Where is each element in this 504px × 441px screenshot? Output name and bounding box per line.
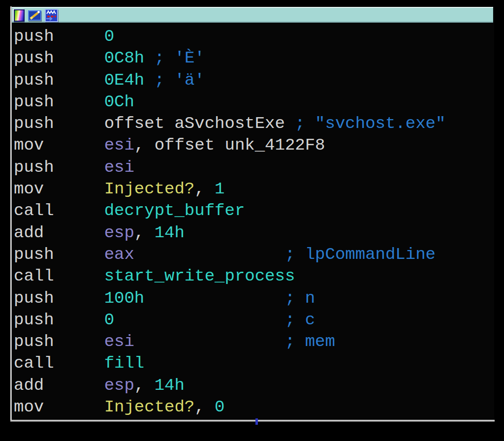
asm-line[interactable]: push 0E4h ; 'ä' [14,69,445,91]
token-txt: offset aSvchostExe [104,114,285,133]
token-mn: mov [14,398,104,416]
asm-line[interactable]: push eax ; lpCommandLine [14,244,445,265]
token-mn: add [14,376,104,395]
token-fn: fill [104,354,145,373]
asm-line[interactable]: push 0 [14,26,445,47]
asm-line[interactable]: push 100h ; n [14,287,445,309]
toolbar [12,7,493,23]
token-reg: esp [104,376,134,395]
token-txt: , [134,223,155,242]
token-num: 0 [104,27,114,46]
token-txt: , offset unk_4122F8 [134,136,325,155]
disassembly-listing[interactable]: push 0push 0C8h ; 'È'push 0E4h ; 'ä'push… [14,26,445,418]
asm-line[interactable]: push 0 ; c [14,309,445,331]
asm-line[interactable]: mov Injected?, 0 [14,396,445,418]
token-reg: esi [104,158,134,177]
token-com: ; c [114,311,315,329]
token-num: 1 [215,180,224,198]
token-txt: , [194,180,215,198]
asm-line[interactable]: push offset aSvchostExe ; "svchost.exe" [14,113,445,134]
token-reg: eax [104,245,134,264]
token-mn: push [14,71,104,90]
token-num: 0 [104,311,114,329]
token-reg: esp [104,223,134,242]
token-num: 0Ch [104,93,134,111]
scroll-marker-icon [255,418,258,425]
token-mn: call [14,201,104,220]
signature-icon[interactable] [45,9,58,22]
asm-line[interactable]: push 0Ch [14,91,445,113]
token-com: ; 'ä' [144,71,204,90]
token-num: 14h [155,223,185,242]
token-mn: call [14,354,104,373]
token-num: 14h [155,376,185,395]
token-mn: call [14,267,104,285]
token-mn: push [14,289,104,308]
asm-line[interactable]: add esp, 14h [14,375,445,396]
asm-line[interactable]: mov Injected?, 1 [14,178,445,200]
token-mn: push [14,27,104,46]
token-mn: push [14,245,104,264]
token-mn: add [14,223,104,242]
token-mn: mov [14,180,104,198]
asm-line[interactable]: push esi [14,157,445,178]
token-num: 0C8h [104,49,145,67]
asm-line[interactable]: mov esi, offset unk_4122F8 [14,134,445,156]
edit-icon[interactable] [28,10,41,21]
asm-line[interactable]: add esp, 14h [14,222,445,244]
asm-line[interactable]: push 0C8h ; 'È' [14,47,445,69]
window-left-border [10,6,12,421]
token-num: 0 [215,398,224,416]
token-fn: decrypt_buffer [104,201,245,220]
token-com: ; n [144,289,315,308]
token-txt: , [134,376,155,395]
token-mn: push [14,158,104,177]
palette-icon[interactable] [14,9,25,22]
token-mn: push [14,93,104,111]
token-mn: push [14,49,104,67]
token-mn: mov [14,136,104,155]
signature-glyph [45,9,58,22]
token-num: 0E4h [104,71,145,90]
token-fn: start_write_process [104,267,295,285]
token-com: ; 'È' [144,49,204,67]
asm-line[interactable]: push esi ; mem [14,331,445,352]
token-com: ; lpCommandLine [134,245,436,264]
token-mn: push [14,332,104,351]
token-com: ; mem [134,332,335,351]
asm-line[interactable]: call decrypt_buffer [14,200,445,221]
token-var: Injected? [104,180,195,198]
token-num: 100h [104,289,145,308]
token-mn: push [14,311,104,329]
disassembly-window: push 0push 0C8h ; 'È'push 0E4h ; 'ä'push… [0,0,504,441]
token-reg: esi [104,136,134,155]
token-mn: push [14,114,104,133]
token-com: ; "svchost.exe" [285,114,445,133]
token-reg: esi [104,332,134,351]
window-bottom-border [10,420,495,422]
asm-line[interactable]: call fill [14,352,445,374]
token-var: Injected? [104,398,195,416]
asm-line[interactable]: call start_write_process [14,265,445,287]
pencil-glyph [28,10,41,21]
token-txt: , [194,398,215,416]
